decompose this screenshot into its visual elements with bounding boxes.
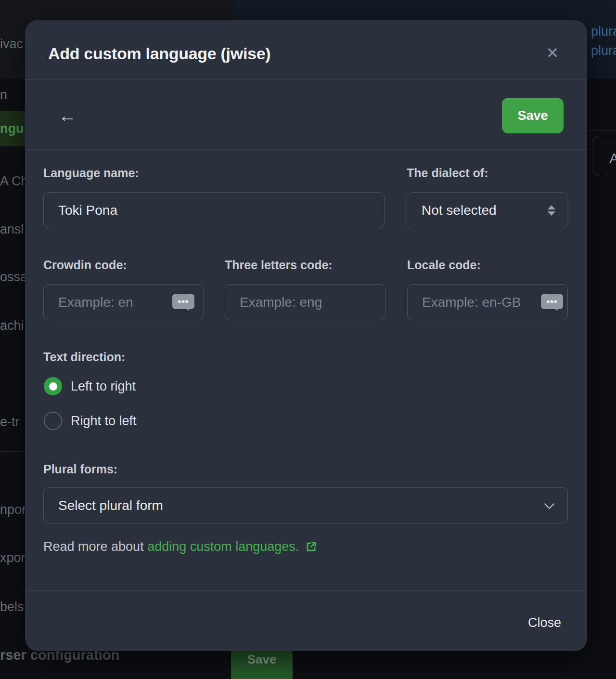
close-icon[interactable]: ✕: [539, 40, 566, 65]
dialog-title: Add custom language (jwise): [48, 44, 270, 63]
sidebar-fragment: n: [0, 88, 7, 103]
sort-arrows-icon: [548, 205, 555, 216]
tooltip-bubble-icon[interactable]: ***: [172, 294, 194, 309]
background-divider: [0, 76, 29, 76]
sidebar-fragment: ossa: [0, 270, 27, 285]
dialect-select[interactable]: Not selected: [407, 192, 567, 228]
add-custom-language-dialog: Add custom language (jwise) ✕ ← Save Lan…: [25, 20, 587, 651]
background-save-button: Save: [231, 647, 293, 679]
background-plural-text: plural: [591, 24, 616, 39]
background-letter: A: [609, 150, 616, 167]
read-more-link[interactable]: adding custom languages.: [147, 539, 299, 554]
external-link-icon: [305, 540, 318, 553]
sidebar-fragment: npor: [0, 502, 26, 517]
divider: [25, 79, 587, 80]
background-divider: [0, 451, 29, 452]
language-name-label: Language name:: [43, 166, 139, 180]
plural-form-select[interactable]: Select plural form: [43, 487, 568, 523]
close-button[interactable]: Close: [501, 611, 569, 635]
radio-unselected-icon: [44, 412, 62, 430]
sidebar-fragment: ivac: [0, 37, 23, 52]
dialect-label: The dialect of:: [407, 166, 488, 180]
dialect-select-value: Not selected: [422, 203, 497, 218]
radio-left-to-right[interactable]: Left to right: [44, 377, 136, 395]
sidebar-fragment: e-tr: [0, 415, 20, 430]
divider: [25, 590, 587, 591]
three-letters-code-label: Three letters code:: [225, 258, 333, 272]
background-divider: [587, 130, 616, 131]
save-button[interactable]: Save: [502, 98, 564, 133]
tooltip-bubble-icon[interactable]: ***: [541, 294, 563, 309]
divider: [25, 149, 587, 150]
radio-right-to-left[interactable]: Right to left: [44, 412, 137, 430]
sidebar-fragment: A Ch: [0, 174, 28, 189]
read-more-text: Read more about adding custom languages.: [43, 539, 318, 554]
sidebar-fragment: xpor: [0, 550, 26, 565]
background-plural-text: plural: [591, 43, 616, 58]
sidebar-fragment: ansl: [0, 222, 24, 237]
sidebar-fragment: bels: [0, 600, 24, 614]
plural-forms-label: Plural forms:: [43, 462, 117, 476]
three-letters-code-input[interactable]: [225, 284, 385, 320]
back-arrow-icon[interactable]: ←: [54, 103, 81, 128]
text-direction-label: Text direction:: [43, 350, 125, 364]
sidebar-fragment: ngu: [0, 121, 24, 136]
crowdin-code-label: Crowdin code:: [43, 258, 127, 272]
language-name-input[interactable]: [43, 192, 385, 228]
locale-code-label: Locale code:: [407, 258, 481, 272]
chevron-down-icon: [544, 498, 554, 509]
sidebar-fragment: achi: [0, 318, 24, 333]
radio-selected-icon: [44, 377, 62, 395]
plural-form-select-value: Select plural form: [58, 498, 163, 513]
